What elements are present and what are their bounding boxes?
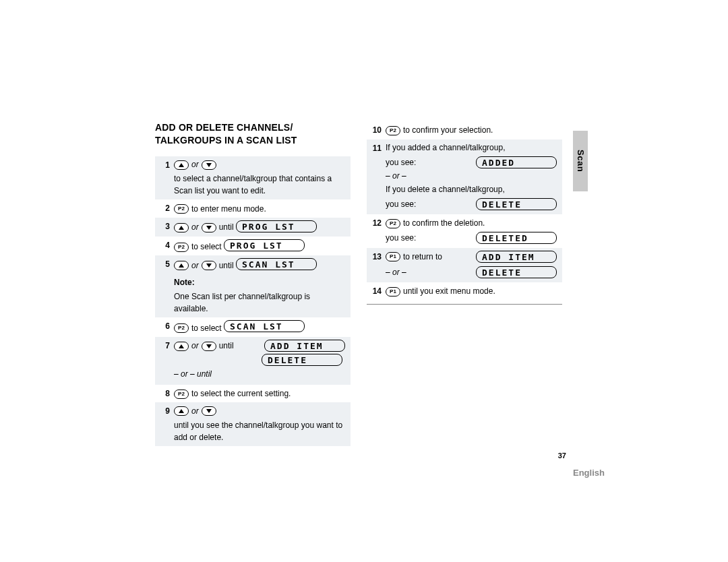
- divider: [367, 304, 562, 305]
- page-number: 37: [155, 451, 566, 460]
- step-note: Note: One Scan list per channel/talkgrou…: [155, 274, 351, 317]
- language-label: English: [573, 468, 605, 478]
- svg-marker-5: [206, 263, 212, 268]
- step-9: 9 or until you see the channel/talkgroup…: [155, 402, 351, 445]
- step-14: 14 P1 until you exit menu mode.: [367, 282, 562, 301]
- p2-button-icon: P2: [174, 204, 189, 214]
- up-arrow-icon: [174, 406, 189, 416]
- lcd-display: ADD ITEM: [264, 340, 345, 352]
- lcd-display: DELETED: [476, 232, 557, 244]
- step-6: 6 P2 to select SCAN LST: [155, 317, 351, 337]
- up-arrow-icon: [174, 261, 189, 270]
- p1-button-icon: P1: [386, 252, 400, 261]
- step-11: 11 If you added a channel/talkgroup, you…: [367, 139, 562, 214]
- p2-button-icon: P2: [386, 219, 400, 228]
- p1-button-icon: P1: [386, 287, 400, 296]
- left-steps: 1 or to select a channel/talkgroup that …: [155, 156, 351, 446]
- svg-marker-3: [206, 226, 212, 230]
- step-5: 5 or until SCAN LST: [155, 255, 351, 274]
- p2-button-icon: P2: [174, 323, 189, 333]
- up-arrow-icon: [174, 160, 189, 170]
- step-3: 3 or until PROG LST: [155, 218, 351, 237]
- lcd-display: SCAN LST: [236, 258, 317, 270]
- lcd-display: DELETE: [476, 266, 557, 278]
- down-arrow-icon: [202, 223, 216, 232]
- step-13: 13 P1 to return to ADD ITEM – or – DELET…: [367, 248, 562, 282]
- svg-marker-4: [179, 263, 184, 268]
- down-arrow-icon: [202, 406, 216, 416]
- left-column: ADD OR DELETE CHANNELS/ TALKGROUPS IN A …: [155, 121, 351, 446]
- step-8: 8 P2 to select the current setting.: [155, 385, 351, 403]
- step-4: 4 P2 to select PROG LST: [155, 237, 351, 256]
- page-title: ADD OR DELETE CHANNELS/ TALKGROUPS IN A …: [155, 121, 351, 147]
- step-2: 2 P2 to enter menu mode.: [155, 199, 351, 218]
- svg-marker-8: [179, 409, 184, 413]
- svg-marker-7: [206, 344, 212, 348]
- p2-button-icon: P2: [386, 126, 400, 135]
- lcd-display: DELETE: [262, 354, 342, 366]
- step-12: 12 P2 to confirm the deletion. you see: …: [367, 214, 562, 248]
- step-7: 7 or until ADD ITEM DELETE –: [155, 337, 351, 385]
- up-arrow-icon: [174, 223, 189, 232]
- lcd-display: PROG LST: [236, 220, 317, 232]
- side-tab-scan: Scan: [573, 131, 588, 191]
- down-arrow-icon: [202, 342, 216, 351]
- right-column: 10 P2 to confirm your selection. 11 If y…: [367, 121, 562, 446]
- down-arrow-icon: [202, 160, 216, 170]
- p2-button-icon: P2: [174, 243, 189, 252]
- lcd-display: ADD ITEM: [476, 251, 557, 263]
- lcd-display: SCAN LST: [224, 320, 305, 332]
- up-arrow-icon: [174, 342, 189, 351]
- lcd-display: PROG LST: [224, 239, 305, 251]
- svg-marker-6: [179, 344, 184, 348]
- svg-marker-1: [206, 163, 212, 167]
- down-arrow-icon: [202, 261, 216, 270]
- p2-button-icon: P2: [174, 389, 189, 399]
- svg-marker-0: [179, 163, 184, 167]
- step-1: 1 or to select a channel/talkgroup that …: [155, 156, 351, 199]
- svg-marker-9: [206, 409, 212, 413]
- lcd-display: ADDED: [476, 156, 557, 168]
- right-steps: 10 P2 to confirm your selection. 11 If y…: [367, 121, 562, 305]
- lcd-display: DELETE: [476, 198, 557, 210]
- step-10: 10 P2 to confirm your selection.: [367, 121, 562, 139]
- svg-marker-2: [179, 226, 184, 230]
